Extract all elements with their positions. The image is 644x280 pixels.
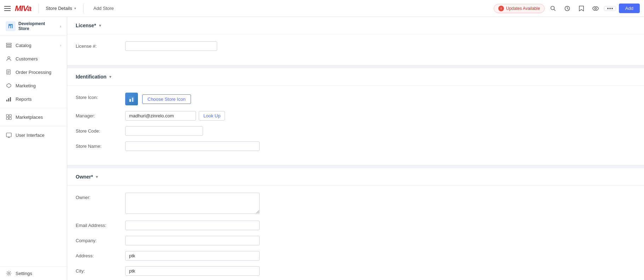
svg-rect-6 [9,26,10,28]
sidebar-item-customers[interactable]: Customers [0,52,67,65]
store-code-control [125,126,636,136]
updates-available-button[interactable]: ! Updates Available [494,4,545,13]
license-number-input[interactable] [125,41,217,51]
sidebar-item-catalog[interactable]: Catalog › [0,39,67,52]
sidebar-item-settings[interactable]: Settings [0,267,67,280]
address-label: Address: [76,251,125,258]
manager-row: Manager: Look Up [76,111,636,121]
sidebar-item-reports[interactable]: Reports [0,92,67,106]
company-control [125,236,636,245]
svg-rect-10 [6,47,11,47]
license-section-body: License #: [67,34,644,65]
license-number-control [125,41,636,51]
order-processing-icon [6,69,12,75]
marketing-icon [6,82,12,89]
city-row: City: [76,266,636,276]
sidebar-store-item[interactable]: Development Store › [0,17,67,36]
section-gap-1 [67,65,644,68]
history-button[interactable] [562,3,573,14]
topbar: MIVa Store Details ▾ Add Store ! Updates… [0,0,644,17]
sidebar-item-order-processing[interactable]: Order Processing [0,65,67,79]
customers-label: Customers [16,56,38,62]
license-title: License* [76,23,96,28]
marketplaces-icon [6,114,12,120]
owner-section-body: Owner: Email Address: Company: [67,186,644,280]
owner-chevron-icon: ▾ [96,175,98,179]
svg-rect-28 [129,99,131,102]
sidebar-item-marketplaces[interactable]: Marketplaces [0,110,67,124]
address-row: Address: [76,251,636,261]
email-input[interactable] [125,221,260,230]
marketplaces-label: Marketplaces [16,115,43,120]
customers-icon [6,56,12,62]
more-dot-2 [609,8,611,9]
store-code-input[interactable] [125,126,203,136]
identification-section-header[interactable]: Identification ▾ [67,68,644,86]
license-section-header[interactable]: License* ▾ [67,17,644,34]
sidebar: Development Store › Catalog › Customers [0,17,67,280]
city-control [125,266,636,276]
manager-label: Manager: [76,111,125,118]
sidebar-item-user-interface[interactable]: User Interface [0,128,67,142]
search-button[interactable] [547,3,559,14]
store-icon-row: Store Icon: Choose Store Icon [76,93,636,105]
topbar-divider-2 [83,4,83,13]
nav-divider [0,108,67,108]
store-code-row: Store Code: [76,126,636,136]
updates-label: Updates Available [506,6,540,11]
svg-point-4 [594,7,596,9]
store-name-control [125,141,636,151]
email-control [125,221,636,230]
owner-section-header[interactable]: Owner* ▾ [67,168,644,186]
license-number-row: License #: [76,41,636,51]
store-code-label: Store Code: [76,126,125,134]
manager-input[interactable] [125,111,196,121]
add-store-button[interactable]: Add Store [91,4,117,12]
company-input[interactable] [125,236,260,245]
sidebar-bottom: Settings [0,266,67,280]
user-interface-label: User Interface [16,133,45,138]
add-main-button[interactable]: Add [619,4,640,13]
svg-rect-21 [6,117,8,119]
store-name-input[interactable] [125,141,260,151]
svg-rect-20 [9,115,11,117]
reports-icon [6,96,12,102]
section-gap-2 [67,165,644,168]
hamburger-menu-button[interactable] [4,6,11,11]
more-options-button[interactable] [604,6,616,11]
updates-alert-icon: ! [498,6,504,11]
identification-section-body: Store Icon: Choose Store Icon Manager: [67,86,644,165]
city-input[interactable] [125,266,260,276]
svg-point-3 [593,6,598,10]
owner-control [125,193,636,215]
topbar-divider [39,4,39,13]
store-icon-preview [125,93,138,105]
svg-rect-19 [6,115,8,117]
store-name-label: Store Name: [76,141,125,149]
sidebar-item-marketing[interactable]: Marketing [0,79,67,92]
bookmark-button[interactable] [576,3,587,14]
store-details-selector[interactable]: Store Details ▾ [46,6,76,11]
nav-section: Catalog › Customers Order Processing [0,36,67,145]
store-icon-control: Choose Store Icon [125,93,636,105]
address-control [125,251,636,261]
main-content: License* ▾ License #: Identification [67,17,644,280]
svg-rect-23 [6,133,11,137]
svg-rect-7 [11,25,12,28]
city-label: City: [76,266,125,274]
svg-rect-9 [6,45,11,46]
license-number-label: License #: [76,41,125,49]
choose-store-icon-button[interactable]: Choose Store Icon [142,94,191,104]
preview-button[interactable] [590,3,601,14]
owner-title: Owner* [76,174,93,180]
store-expand-icon: › [60,24,61,28]
lookup-button[interactable]: Look Up [199,111,225,121]
catalog-icon [6,42,12,48]
more-dot-1 [607,8,609,9]
svg-rect-16 [6,100,7,101]
store-name-label: Development Store [18,21,57,31]
identification-chevron-icon: ▾ [109,75,111,79]
owner-input[interactable] [125,193,260,214]
svg-rect-8 [6,43,11,44]
address-input[interactable] [125,251,260,261]
